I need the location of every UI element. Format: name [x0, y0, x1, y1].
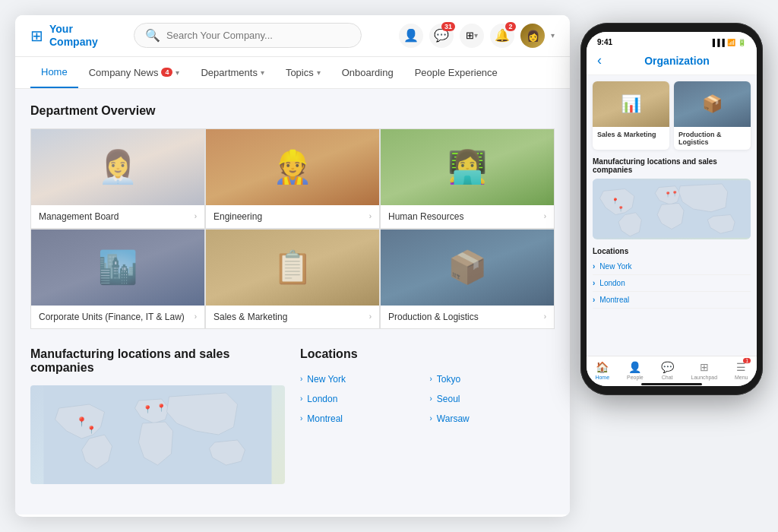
phone-home-indicator: [587, 383, 757, 386]
phone-back-button[interactable]: ‹: [597, 52, 602, 68]
launchpad-tab-icon: ⊞: [700, 361, 709, 373]
search-input[interactable]: [166, 30, 350, 41]
dept-card-sales[interactable]: 📋 Sales & Marketing ›: [206, 230, 379, 328]
bottom-section: Manufacturing locations and sales compan…: [30, 347, 555, 484]
svg-text:📍: 📍: [157, 403, 166, 413]
location-chevron-icon: ›: [300, 394, 302, 403]
dept-arrow-management: ›: [194, 212, 197, 220]
sales-marketing-icon: 📊: [621, 94, 641, 114]
nav-onboarding[interactable]: Onboarding: [331, 58, 404, 87]
phone-world-map: 📍 📍 📍 📍: [593, 179, 751, 239]
dept-overview-title: Department Overview: [30, 104, 555, 118]
map-section: Manufacturing locations and sales compan…: [30, 347, 285, 484]
grid-button[interactable]: ⊞ ▾: [460, 24, 484, 48]
location-tokyo[interactable]: › Tokyo: [430, 372, 555, 387]
nav-departments[interactable]: Departments ▾: [190, 58, 274, 87]
map-section-title: Manufacturing locations and sales compan…: [30, 347, 285, 375]
dept-card-corporate[interactable]: 🏙️ Corporate Units (Finance, IT & Law) ›: [31, 230, 204, 328]
search-icon: 🔍: [145, 28, 160, 43]
phone-map-title: Manufacturing locations and sales compan…: [593, 157, 751, 174]
phone-card-production-label: Production & Logistics: [674, 127, 751, 150]
phone-time: 9:41: [597, 38, 612, 46]
location-chevron-icon: ›: [300, 414, 302, 423]
profile-button[interactable]: 👤: [399, 24, 423, 48]
chat-tab-icon: 💬: [661, 361, 674, 373]
search-bar[interactable]: 🔍: [134, 23, 362, 48]
phone-locations-title: Locations: [593, 247, 751, 255]
phone-nav-header: ‹ Organization: [587, 49, 757, 75]
location-chevron-icon: ›: [430, 414, 432, 423]
grid-icon: ⊞: [466, 30, 474, 41]
logo[interactable]: ⊞ Your Company: [30, 23, 122, 49]
phone-screen: 9:41 ▐▐▐ 📶 🔋 ‹ Organization 📊: [587, 32, 757, 386]
phone-tab-chat[interactable]: 💬 Chat: [661, 361, 674, 380]
phone-location-montreal[interactable]: › Montreal: [593, 292, 751, 309]
phone-tab-menu[interactable]: ☰ 1 Menu: [735, 361, 748, 380]
svg-text:📍: 📍: [87, 425, 96, 435]
avatar[interactable]: 👩: [520, 24, 545, 48]
header-icons: 👤 💬 31 ⊞ ▾ 🔔 2 👩 ▾: [399, 24, 555, 48]
location-chevron-icon: ›: [300, 375, 302, 383]
logo-text: Your Company: [49, 23, 98, 49]
home-tab-icon: 🏠: [596, 361, 609, 373]
nav-company-news[interactable]: Company News 4 ▾: [78, 58, 191, 87]
departments-chevron-icon: ▾: [261, 68, 264, 77]
logo-icon: ⊞: [30, 27, 43, 45]
svg-text:📍: 📍: [665, 191, 672, 198]
nav-people-experience[interactable]: People Experience: [404, 58, 508, 87]
dept-card-engineering[interactable]: 👷 Engineering ›: [206, 129, 379, 228]
location-seoul[interactable]: › Seoul: [430, 391, 555, 407]
location-chevron-icon: ›: [430, 375, 432, 383]
dept-card-production[interactable]: 📦 Production & Logistics ›: [381, 230, 554, 328]
dept-label-engineering: Engineering ›: [206, 205, 379, 228]
dept-label-production: Production & Logistics ›: [381, 306, 554, 328]
company-news-badge: 4: [161, 68, 172, 77]
nav-home[interactable]: Home: [30, 57, 78, 88]
locations-section: Locations › New York › Tokyo › London: [300, 347, 555, 484]
dept-arrow-production: ›: [544, 312, 546, 321]
signal-icon: ▐▐▐: [710, 39, 725, 46]
bell-button[interactable]: 🔔 2: [490, 24, 514, 48]
avatar-image: 👩: [527, 30, 539, 42]
menu-tab-badge-wrapper: ☰ 1: [736, 361, 746, 373]
dept-img-sales: 📋: [206, 230, 379, 306]
nav-topics[interactable]: Topics ▾: [275, 58, 331, 87]
dept-card-hr[interactable]: 👩‍💻 Human Resources ›: [381, 129, 554, 228]
world-map: 📍 📍 📍 📍: [30, 385, 285, 484]
phone-tab-home[interactable]: 🏠 Home: [595, 361, 609, 380]
dept-img-production: 📦: [381, 230, 554, 306]
phone-location-new-york[interactable]: › New York: [593, 258, 751, 275]
location-montreal[interactable]: › Montreal: [300, 411, 425, 426]
location-new-york[interactable]: › New York: [300, 372, 425, 387]
dept-label-sales: Sales & Marketing ›: [206, 306, 379, 328]
phone-location-chevron-icon: ›: [593, 262, 595, 271]
company-news-chevron-icon: ▾: [176, 68, 179, 77]
phone-frame: 9:41 ▐▐▐ 📶 🔋 ‹ Organization 📊: [580, 23, 763, 395]
phone-device: 9:41 ▐▐▐ 📶 🔋 ‹ Organization 📊: [580, 23, 763, 395]
svg-text:📍: 📍: [143, 404, 153, 414]
dept-arrow-corporate: ›: [194, 312, 197, 321]
dept-card-management[interactable]: 👩‍💼 Management Board ›: [31, 129, 204, 228]
phone-status-icons: ▐▐▐ 📶 🔋: [710, 39, 746, 46]
phone-card-sales-label: Sales & Marketing: [593, 127, 669, 142]
dept-img-corporate: 🏙️: [31, 230, 204, 306]
phone-location-chevron-icon: ›: [593, 279, 595, 287]
location-warsaw[interactable]: › Warsaw: [430, 411, 555, 426]
map-svg: 📍 📍 📍 📍: [30, 385, 285, 484]
location-london[interactable]: › London: [300, 391, 425, 407]
phone-tab-people[interactable]: 👤 People: [627, 361, 644, 380]
main-content: Department Overview 👩‍💼 Management Board…: [15, 89, 570, 515]
svg-text:📍: 📍: [76, 416, 87, 427]
location-chevron-icon: ›: [430, 394, 432, 403]
desktop-browser: ⊞ Your Company 🔍 👤 💬 31 ⊞ ▾ 🔔: [15, 15, 570, 517]
menu-tab-badge: 1: [743, 358, 751, 363]
phone-card-production[interactable]: 📦 Production & Logistics: [674, 81, 751, 150]
phone-cards-row: 📊 Sales & Marketing 📦 Production & Logis…: [593, 81, 751, 150]
phone-location-london[interactable]: › London: [593, 275, 751, 292]
svg-text:📍: 📍: [672, 190, 678, 197]
dept-arrow-hr: ›: [544, 212, 546, 220]
profile-icon: 👤: [403, 28, 419, 43]
phone-card-sales[interactable]: 📊 Sales & Marketing: [593, 81, 669, 150]
phone-tab-launchpad[interactable]: ⊞ Launchpad: [691, 361, 717, 380]
chat-button[interactable]: 💬 31: [429, 24, 454, 48]
